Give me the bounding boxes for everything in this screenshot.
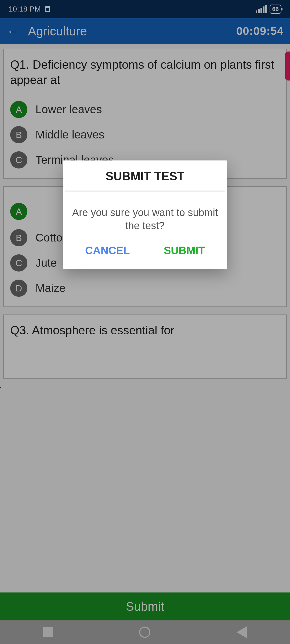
cancel-button[interactable]: CANCEL <box>85 244 130 257</box>
dialog-title: SUBMIT TEST <box>63 160 227 191</box>
dialog-message: Are you sure you want to submit the test… <box>63 192 227 242</box>
confirm-submit-button[interactable]: SUBMIT <box>164 244 205 257</box>
submit-dialog: SUBMIT TEST Are you sure you want to sub… <box>63 160 227 269</box>
modal-overlay[interactable]: SUBMIT TEST Are you sure you want to sub… <box>0 0 290 644</box>
dialog-actions: CANCEL SUBMIT <box>63 242 227 269</box>
